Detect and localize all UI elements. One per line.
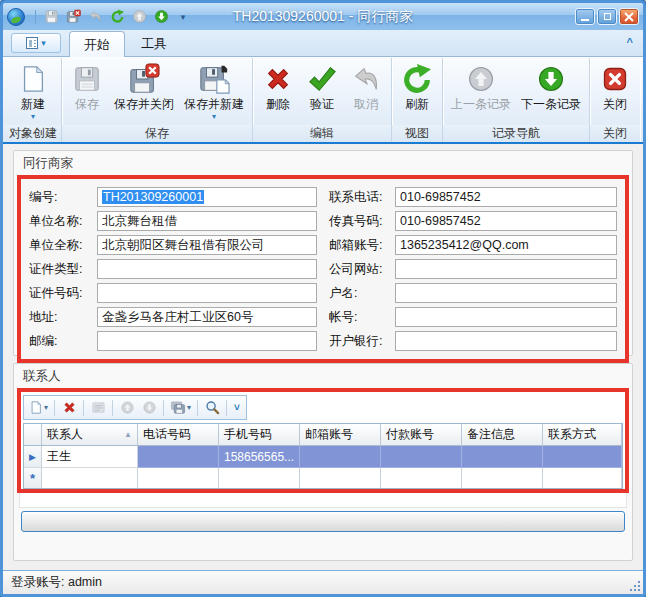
account-number-input[interactable]: [395, 307, 617, 327]
chevron-down-icon: ▾: [31, 113, 35, 121]
new-cell[interactable]: [543, 468, 622, 488]
column-header-contact-method[interactable]: 联系方式: [543, 424, 622, 446]
close-icon: [624, 12, 634, 22]
toolbar-overflow-icon[interactable]: ˅: [231, 402, 243, 413]
grid-search-button[interactable]: [202, 398, 222, 418]
cell-notes[interactable]: [462, 446, 543, 468]
unit-name-input[interactable]: [97, 211, 317, 231]
grid-move-up-button[interactable]: [117, 398, 137, 418]
cell-email[interactable]: [300, 446, 381, 468]
close-record-button[interactable]: 关闭: [593, 60, 637, 125]
divider: [163, 400, 164, 416]
app-icon[interactable]: [7, 8, 25, 26]
down-circle-icon: [142, 400, 157, 415]
ribbon-collapse-icon[interactable]: ^: [627, 36, 633, 48]
grid-delete-row-button[interactable]: [59, 398, 79, 418]
new-cell[interactable]: [138, 468, 219, 488]
export-save-icon: [170, 400, 186, 415]
column-header-contact[interactable]: 联系人 ▲: [42, 424, 138, 446]
new-cell[interactable]: [381, 468, 462, 488]
next-record-button[interactable]: 下一条记录: [516, 60, 586, 125]
qat-save-and-close-button[interactable]: [64, 8, 82, 26]
divider: [35, 10, 36, 24]
cert-number-input[interactable]: [97, 283, 317, 303]
column-header-notes[interactable]: 备注信息: [462, 424, 543, 446]
unit-fullname-input[interactable]: [97, 235, 317, 255]
contacts-annotation-frame: ▾: [17, 388, 629, 493]
number-input[interactable]: TH201309260001: [97, 187, 317, 207]
cancel-button[interactable]: 取消: [344, 60, 388, 125]
resize-grip[interactable]: [628, 579, 640, 591]
website-input[interactable]: [395, 259, 617, 279]
new-cell[interactable]: [462, 468, 543, 488]
tab-start[interactable]: 开始: [69, 31, 125, 57]
save-button[interactable]: 保存: [65, 60, 109, 125]
refresh-button[interactable]: 刷新: [395, 60, 439, 125]
email-input[interactable]: [395, 235, 617, 255]
qat-next-record-button[interactable]: [152, 8, 170, 26]
address-input[interactable]: [97, 307, 317, 327]
column-header-payment-account[interactable]: 付款账号: [381, 424, 462, 446]
new-cell[interactable]: [219, 468, 300, 488]
down-circle-icon: [154, 9, 169, 24]
ribbon: 新建 ▾ 对象创建 保存 保存并关闭: [3, 56, 643, 144]
new-button[interactable]: 新建 ▾: [11, 60, 55, 125]
column-header-email[interactable]: 邮箱账号: [300, 424, 381, 446]
title-bar[interactable]: ▾ TH201309260001 - 同行商家: [3, 3, 643, 30]
save-floppy-icon: [72, 62, 102, 96]
new-cell[interactable]: [42, 468, 138, 488]
column-header-phone[interactable]: 电话号码: [138, 424, 219, 446]
grid-export-button[interactable]: ▾: [168, 398, 193, 418]
cell-contact-name[interactable]: 王生: [42, 446, 138, 468]
save-floppy-icon: [44, 9, 59, 24]
account-number-label: 帐号:: [329, 309, 395, 326]
postcode-input[interactable]: [97, 331, 317, 351]
previous-record-button[interactable]: 上一条记录: [446, 60, 516, 125]
bank-input[interactable]: [395, 331, 617, 351]
group-caption: 记录导航: [443, 125, 589, 142]
grid-detail-view-button[interactable]: [88, 398, 108, 418]
cancel-undo-icon: [351, 62, 381, 96]
up-circle-icon: [467, 62, 495, 96]
cell-contact-method[interactable]: [543, 446, 622, 468]
column-header-mobile[interactable]: 手机号码: [219, 424, 300, 446]
cert-type-input[interactable]: [97, 259, 317, 279]
grid-new-row[interactable]: *: [24, 468, 622, 488]
unit-name-label: 单位名称:: [29, 213, 97, 230]
phone-input[interactable]: [395, 187, 617, 207]
fax-input[interactable]: [395, 211, 617, 231]
tab-tools[interactable]: 工具: [127, 31, 181, 56]
save-and-close-button[interactable]: 保存并关闭: [109, 60, 179, 125]
validate-button[interactable]: 验证: [300, 60, 344, 125]
divider: [54, 400, 55, 416]
new-cell[interactable]: [300, 468, 381, 488]
application-menu-button[interactable]: ▾: [11, 33, 61, 53]
close-button[interactable]: [619, 8, 639, 25]
delete-button[interactable]: 删除: [256, 60, 300, 125]
qat-undo-button[interactable]: [86, 8, 104, 26]
contacts-group-caption: 联系人: [17, 366, 629, 388]
cell-payment-account[interactable]: [381, 446, 462, 468]
cell-mobile[interactable]: 158656565...: [219, 446, 300, 468]
minimize-button[interactable]: [575, 8, 595, 25]
grid-move-down-button[interactable]: [139, 398, 159, 418]
chevron-down-icon: ▾: [187, 403, 191, 412]
login-account-status: 登录账号: admin: [11, 574, 102, 591]
qat-refresh-button[interactable]: [108, 8, 126, 26]
qat-save-button[interactable]: [42, 8, 60, 26]
grid-data-row[interactable]: ▶ 王生 158656565...: [24, 446, 622, 468]
save-and-new-button[interactable]: 保存并新建 ▾: [179, 60, 249, 125]
group-caption: 关闭: [590, 125, 640, 142]
application-menu-icon: [26, 37, 38, 49]
account-name-input[interactable]: [395, 283, 617, 303]
grid-horizontal-scrollbar[interactable]: [21, 511, 625, 532]
grid-new-row-button[interactable]: ▾: [27, 398, 50, 418]
divider: [226, 400, 227, 416]
cell-phone[interactable]: [138, 446, 219, 468]
new-document-icon: [29, 400, 43, 415]
grid-header-indicator-cell: [24, 424, 42, 446]
maximize-button[interactable]: [597, 8, 617, 25]
qat-customize-dropdown[interactable]: ▾: [174, 8, 192, 26]
qat-previous-record-button[interactable]: [130, 8, 148, 26]
contacts-toolbar: ▾: [23, 395, 247, 420]
